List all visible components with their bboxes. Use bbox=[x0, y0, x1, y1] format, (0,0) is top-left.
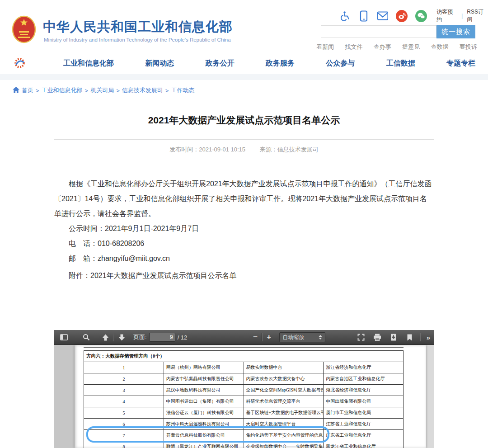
toolbar-separator bbox=[113, 333, 114, 341]
page-number-input[interactable] bbox=[149, 333, 175, 342]
breadcrumb-miit[interactable]: 工业和信息化部 bbox=[42, 86, 83, 94]
nav-item-miit[interactable]: 工业和信息化部 bbox=[63, 59, 114, 68]
header-utility-icons: 访客预约 | RSS订阅 bbox=[340, 9, 488, 23]
breadcrumb: 首页 > 工业和信息化部 > 机关司局 > 信息技术发展司 > 工作动态 bbox=[13, 86, 194, 94]
page-title: 2021年大数据产业发展试点示范项目名单公示 bbox=[0, 114, 488, 127]
pdf-document-area[interactable]: 方向六：大数据存储管理方向（8个） 1 网易（杭州）网络有限公司 易数实时数据中… bbox=[54, 345, 434, 448]
article-body: 根据《工业和信息化部办公厅关于组织开展2021年大数据产业发展试点示范项目申报工… bbox=[54, 176, 433, 266]
breadcrumb-it-dev-dept[interactable]: 信息技术发展司 bbox=[122, 86, 163, 94]
breadcrumb-separator: > bbox=[85, 87, 89, 94]
print-icon[interactable] bbox=[372, 332, 383, 343]
page-label: 页面: bbox=[133, 333, 147, 341]
pdf-page: 方向六：大数据存储管理方向（8个） 1 网易（杭州）网络有限公司 易数实时数据中… bbox=[75, 345, 426, 448]
page-total: / 12 bbox=[178, 334, 188, 341]
visitor-appointment-link[interactable]: 访客预约 bbox=[436, 8, 457, 24]
table-row: 5 法信公证云（厦门）科技有限公司 基于区块链+大数据的电子数据管理云平台 厦门… bbox=[84, 407, 404, 419]
pdf-scrollbar[interactable] bbox=[426, 345, 434, 448]
quick-link-news[interactable]: 看新闻 bbox=[316, 43, 334, 51]
toolbar-separator bbox=[420, 333, 421, 341]
main-nav: 工业和信息化部 新闻动态 政务公开 政务服务 公众参与 工信数据 专题专栏 bbox=[0, 52, 488, 74]
title-divider bbox=[54, 139, 434, 140]
table-section-row: 方向六：大数据存储管理方向（8个） bbox=[84, 351, 404, 362]
table-row: 6 苏州中科天启遥感科技有限公司 天启时空大数据管理平台 江苏省工业和信息化厅 bbox=[84, 419, 404, 430]
section-header: 方向六：大数据存储管理方向（8个） bbox=[84, 351, 404, 362]
home-icon bbox=[13, 87, 19, 94]
zoom-out-button[interactable]: − bbox=[251, 333, 259, 342]
breadcrumb-home[interactable]: 首页 bbox=[22, 86, 33, 94]
nav-item-gov-open[interactable]: 政务公开 bbox=[206, 59, 235, 68]
weibo-icon[interactable] bbox=[396, 10, 408, 22]
table-row: 3 武汉中地数码科技有限公司 全国产化全空间MapGIS时空大数据与云平台 湖北… bbox=[84, 385, 404, 396]
zoom-mode-value: 自动缩放 bbox=[282, 334, 304, 341]
quick-link-complaints[interactable]: 要投诉 bbox=[460, 43, 477, 51]
toolbar-separator bbox=[262, 333, 263, 341]
rss-link[interactable]: RSS订阅 bbox=[467, 8, 488, 24]
table-row: 8 联通（黑龙江）产业互联网有限公司 企业级智能数据中台——实时数据采集交换平台… bbox=[84, 441, 404, 448]
email-line: 邮 箱：zhangyifu@miit.gov.cn bbox=[54, 251, 433, 266]
table-row-highlighted: 7 开普云信息科技股份有限公司 集约化趋势下基于安全内容管理的信息资源库 广东省… bbox=[84, 430, 404, 441]
publicity-period-line: 公示时间：2021年9月1日-2021年9月7日 bbox=[54, 221, 433, 236]
national-emblem-logo bbox=[12, 15, 36, 45]
find-icon[interactable] bbox=[81, 332, 92, 343]
article-paragraph: 根据《工业和信息化部办公厅关于组织开展2021年大数据产业发展试点示范项目申报工… bbox=[54, 176, 433, 221]
breadcrumb-separator: > bbox=[36, 87, 39, 94]
quick-link-data[interactable]: 查数据 bbox=[431, 43, 449, 51]
site-subtitle: Ministry of Industry and Information Tec… bbox=[44, 37, 231, 42]
nav-item-gov-services[interactable]: 政务服务 bbox=[266, 59, 295, 68]
unified-search-button[interactable]: 统一搜索 bbox=[436, 25, 475, 38]
breadcrumb-current: 工作动态 bbox=[171, 86, 194, 94]
accessibility-icon[interactable] bbox=[340, 10, 351, 21]
quick-link-services[interactable]: 查办事 bbox=[374, 43, 391, 51]
top-links-separator: | bbox=[461, 13, 463, 19]
nav-item-data[interactable]: 工信数据 bbox=[386, 59, 415, 68]
quick-link-files[interactable]: 找文件 bbox=[345, 43, 362, 51]
more-tools-button[interactable]: » bbox=[423, 334, 434, 341]
previous-table-edge bbox=[84, 347, 404, 348]
breadcrumb-separator: > bbox=[165, 87, 169, 94]
nav-item-news[interactable]: 新闻动态 bbox=[145, 59, 174, 68]
presentation-mode-icon[interactable] bbox=[356, 332, 366, 343]
wechat-icon[interactable] bbox=[415, 10, 427, 22]
sidebar-toggle-icon[interactable] bbox=[58, 332, 69, 343]
download-icon[interactable] bbox=[388, 332, 399, 343]
zoom-in-button[interactable]: + bbox=[265, 333, 273, 342]
table-row: 1 网易（杭州）网络有限公司 易数实时数据中台 浙江省经济和信息化厅 bbox=[84, 362, 404, 373]
next-page-icon[interactable] bbox=[116, 332, 127, 343]
select-arrows-icon bbox=[319, 335, 322, 340]
nav-item-topics[interactable]: 专题专栏 bbox=[446, 59, 475, 68]
mail-icon[interactable] bbox=[377, 10, 388, 21]
quick-link-suggestions[interactable]: 提意见 bbox=[402, 43, 420, 51]
project-list-table: 方向六：大数据存储管理方向（8个） 1 网易（杭州）网络有限公司 易数实时数据中… bbox=[84, 350, 404, 448]
nav-divider-band bbox=[0, 74, 488, 80]
table-row: 4 中国图书进出口（集团）有限公司 科研学术信息管理交流平台 中国出版集团有限公… bbox=[84, 396, 404, 407]
publish-time: 发布时间：2021-09-01 10:15 bbox=[169, 146, 245, 153]
bookmark-icon[interactable] bbox=[404, 332, 415, 343]
miit-gear-icon bbox=[14, 57, 26, 71]
pdf-toolbar: 页面: / 12 − + 自动缩放 » bbox=[54, 330, 434, 345]
zoom-mode-select[interactable]: 自动缩放 bbox=[279, 332, 325, 342]
breadcrumb-departments[interactable]: 机关司局 bbox=[90, 86, 114, 94]
mobile-icon[interactable] bbox=[358, 10, 369, 21]
article-meta: 发布时间：2021-09-01 10:15 来源：信息技术发展司 bbox=[0, 146, 488, 154]
previous-page-icon[interactable] bbox=[100, 332, 111, 343]
site-title: 中华人民共和国工业和信息化部 bbox=[43, 18, 233, 36]
phone-line: 电 话：010-68208206 bbox=[54, 236, 433, 251]
search-input[interactable] bbox=[321, 25, 436, 38]
article-source: 来源：信息技术发展司 bbox=[260, 146, 319, 153]
breadcrumb-separator: > bbox=[116, 87, 120, 94]
pdf-viewer: 页面: / 12 − + 自动缩放 » bbox=[54, 330, 434, 448]
nav-item-participation[interactable]: 公众参与 bbox=[326, 59, 355, 68]
quick-links: 看新闻 找文件 查办事 提意见 查数据 要投诉 bbox=[316, 43, 477, 51]
table-row: 2 内蒙古中弘紫晶科技有限责任公司 内蒙古政务云大数据灾备中心 内蒙古自治区工业… bbox=[84, 373, 404, 385]
attachment-link[interactable]: 附件：2021年大数据产业发展试点示范项目公示名单 bbox=[54, 271, 433, 281]
